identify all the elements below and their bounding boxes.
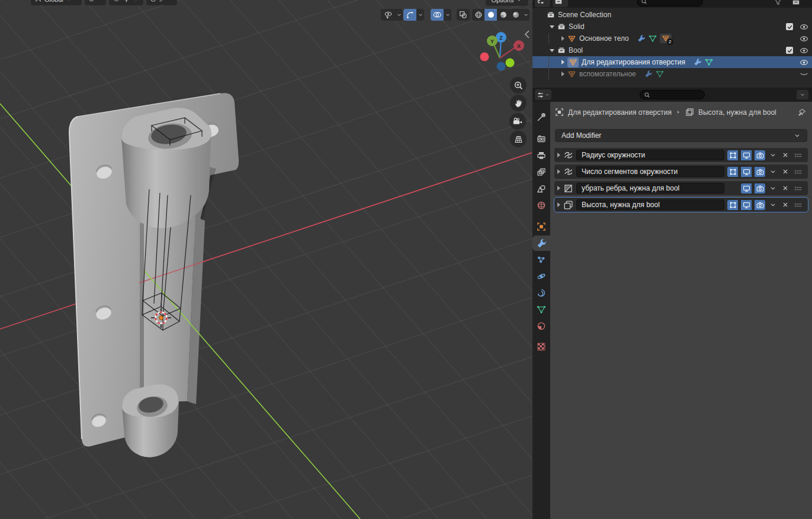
header-options-chevron[interactable] xyxy=(797,90,808,99)
toggle-viewport-display[interactable] xyxy=(741,150,752,160)
eye-open-icon[interactable] xyxy=(800,22,808,31)
toggle-edit-mode-display[interactable] xyxy=(727,200,738,210)
editor-type-dropdown[interactable] xyxy=(535,89,551,100)
toggle-viewport-display[interactable] xyxy=(741,183,752,194)
visibility-dropdown-chevron[interactable] xyxy=(395,9,403,21)
outliner-row-hole-edit[interactable]: Для редактирования отверстия xyxy=(532,56,812,68)
mesh-data-icon[interactable] xyxy=(649,34,657,43)
modifier-row-screw-radius[interactable]: Радиус окружности xyxy=(554,148,808,162)
tab-texture[interactable] xyxy=(532,339,550,354)
modifier-wrench-icon[interactable] xyxy=(644,70,653,78)
region-collapse-arrow[interactable] xyxy=(524,30,531,39)
xray-toggle[interactable] xyxy=(457,9,470,21)
tab-tool[interactable] xyxy=(532,109,550,125)
toggle-render-display[interactable] xyxy=(755,150,765,160)
gizmo-x-neg-ball[interactable] xyxy=(480,53,489,62)
modifier-name-input[interactable]: убрать ребра, нужна для bool xyxy=(576,183,724,194)
proportional-editing-controls[interactable] xyxy=(146,0,177,5)
tab-material[interactable] xyxy=(532,318,550,334)
outliner-search-input[interactable] xyxy=(637,0,703,7)
eye-open-icon[interactable] xyxy=(800,58,808,67)
gizmo-z-neg-ball[interactable] xyxy=(497,62,506,71)
shading-rendered-button[interactable] xyxy=(509,9,522,21)
modifier-extras-chevron[interactable] xyxy=(768,151,778,159)
expand-arrow-icon[interactable] xyxy=(561,60,564,65)
toggle-render-display[interactable] xyxy=(755,200,765,210)
viewport-3d[interactable]: Global Options xyxy=(0,0,532,519)
gizmo-dropdown-chevron[interactable] xyxy=(416,9,424,21)
modifier-wrench-icon[interactable] xyxy=(637,34,646,43)
mesh-data-icon[interactable] xyxy=(656,70,664,78)
toggle-viewport-display[interactable] xyxy=(741,167,752,177)
options-dropdown[interactable]: Options xyxy=(486,0,528,6)
show-overlays-toggle[interactable] xyxy=(431,9,444,21)
tab-object[interactable] xyxy=(532,219,550,234)
gizmo-y-neg-ball[interactable] xyxy=(506,59,515,67)
collapse-arrow-icon[interactable] xyxy=(550,25,554,28)
delete-modifier-button[interactable] xyxy=(781,168,790,175)
tab-particles[interactable] xyxy=(532,252,550,267)
toggle-render-display[interactable] xyxy=(755,167,765,177)
modifier-extras-chevron[interactable] xyxy=(768,168,778,175)
overlays-dropdown-chevron[interactable] xyxy=(444,9,451,21)
modifier-wrench-icon[interactable] xyxy=(694,58,702,66)
drag-handle[interactable] xyxy=(793,151,803,160)
breadcrumb-object-name[interactable]: Для редактирования отверстия xyxy=(568,108,672,117)
object-visibility-toggle[interactable] xyxy=(381,9,395,21)
transform-orientation-dropdown[interactable]: Global xyxy=(31,0,82,5)
modifier-name-input[interactable]: Высота, нужна для bool xyxy=(576,199,724,210)
shading-dropdown-chevron[interactable] xyxy=(522,9,529,21)
collapse-arrow-icon[interactable] xyxy=(550,49,554,52)
expand-arrow-icon[interactable] xyxy=(561,36,564,41)
outliner-row-solid[interactable]: Solid xyxy=(532,21,812,33)
breadcrumb-modifier-name[interactable]: Высота, нужна для bool xyxy=(698,108,776,117)
tab-scene[interactable] xyxy=(532,181,550,196)
pan-button[interactable] xyxy=(510,95,527,111)
modifier-extras-chevron[interactable] xyxy=(768,201,778,208)
navigation-gizmo[interactable]: Z Y X xyxy=(476,30,530,76)
outliner-row-bool[interactable]: Bool xyxy=(532,44,812,56)
drag-handle[interactable] xyxy=(793,184,803,193)
modifier-extras-chevron[interactable] xyxy=(768,185,778,192)
eye-closed-icon[interactable] xyxy=(800,70,808,79)
shading-solid-button[interactable] xyxy=(484,9,497,21)
tab-object-data[interactable] xyxy=(532,302,550,317)
shading-material-button[interactable] xyxy=(497,9,509,21)
outliner-row-auxiliary[interactable]: вспомогательное xyxy=(532,68,812,80)
filter-icon[interactable] xyxy=(774,0,782,6)
new-collection-icon[interactable] xyxy=(792,0,800,6)
modifier-name-input[interactable]: Число сегментов окружности xyxy=(576,166,724,177)
modifier-row-screw-segments[interactable]: Число сегментов окружности xyxy=(554,165,808,179)
editor-type-dropdown[interactable] xyxy=(535,0,550,7)
modifier-name-input[interactable]: Радиус окружности xyxy=(576,150,724,160)
tab-constraints[interactable] xyxy=(532,285,550,301)
delete-modifier-button[interactable] xyxy=(781,151,790,159)
eye-open-icon[interactable] xyxy=(800,34,808,43)
snapping-controls[interactable] xyxy=(109,0,143,5)
expand-arrow-icon[interactable] xyxy=(557,153,560,157)
drag-handle[interactable] xyxy=(793,201,803,209)
expand-arrow-icon[interactable] xyxy=(557,186,560,191)
outliner-row-main-body[interactable]: Основное тело 2 xyxy=(532,33,812,44)
expand-arrow-icon[interactable] xyxy=(557,169,560,174)
toggle-viewport-display[interactable] xyxy=(741,200,752,210)
properties-search-input[interactable] xyxy=(640,90,705,99)
collection-checkbox[interactable] xyxy=(786,47,793,54)
delete-modifier-button[interactable] xyxy=(781,201,790,208)
tab-physics[interactable] xyxy=(532,269,550,284)
modifier-row-solidify-height[interactable]: Высота, нужна для bool xyxy=(554,198,808,212)
camera-view-button[interactable] xyxy=(509,113,526,130)
collection-checkbox[interactable] xyxy=(786,23,793,30)
show-gizmo-toggle[interactable] xyxy=(403,9,416,21)
toggle-render-display[interactable] xyxy=(755,183,765,194)
add-modifier-dropdown[interactable]: Add Modifier xyxy=(555,129,807,142)
modifier-row-edge-split[interactable]: убрать ребра, нужна для bool xyxy=(554,181,808,195)
display-mode-dropdown[interactable] xyxy=(553,0,568,7)
perspective-toggle-button[interactable] xyxy=(510,131,527,147)
tab-view-layer[interactable] xyxy=(532,165,550,180)
zoom-button[interactable] xyxy=(510,77,527,94)
mesh-data-icon[interactable] xyxy=(705,58,713,66)
tab-modifiers[interactable] xyxy=(532,236,550,251)
pivot-point-dropdown[interactable] xyxy=(85,0,106,5)
delete-modifier-button[interactable] xyxy=(781,185,790,192)
